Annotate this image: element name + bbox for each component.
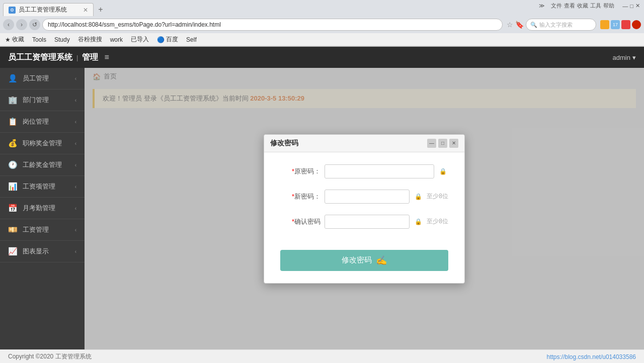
salary-award-arrow-icon: ‹ (75, 141, 76, 146)
change-password-dialog: 修改密码 — □ ✕ *原密码： (264, 134, 465, 284)
content-area: 🏠 首页 欢迎！管理员 登录《员工工资管理系统》当前时间 2020-3-5 13… (85, 68, 644, 349)
sidebar-item-attendance[interactable]: 📅 月考勤管理 ‹ (0, 198, 85, 219)
forward-button[interactable]: › (16, 19, 27, 30)
browser-tab[interactable]: ⚙ 员工工资管理系统 ✕ (3, 3, 94, 16)
old-password-input[interactable] (325, 164, 434, 178)
admin-dropdown-icon[interactable]: ▾ (632, 54, 636, 61)
menu-toggle-button[interactable]: ≡ (104, 53, 109, 62)
new-password-label: *新密码： (280, 192, 320, 201)
ext-icon-4 (632, 20, 641, 29)
confirm-password-label: *确认密码 (280, 217, 320, 226)
sidebar-item-position[interactable]: 📋 岗位管理 ‹ (0, 111, 85, 133)
bookmark-study-label: Study (54, 36, 70, 43)
header-admin: admin ▾ (613, 54, 636, 61)
confirm-password-icon[interactable]: 🔒 (413, 216, 424, 227)
star-bookmark-icon: ★ (5, 36, 11, 43)
view-menu[interactable]: 查看 (564, 2, 575, 10)
age-award-arrow-icon: ‹ (75, 162, 76, 168)
salary-mgmt-icon: 💴 (8, 225, 18, 234)
search-placeholder: 输入文字搜索 (539, 21, 573, 29)
position-arrow-icon: ‹ (75, 119, 76, 125)
bookmark-work[interactable]: work (108, 36, 125, 44)
sidebar-item-salary-mgmt[interactable]: 💴 工资管理 ‹ (0, 219, 85, 241)
bookmark-tools-label: Tools (32, 36, 46, 43)
maximize-btn[interactable]: □ (630, 3, 633, 9)
bookmark-favorites[interactable]: ★ 收藏 (3, 35, 26, 44)
minimize-btn[interactable]: — (622, 3, 628, 9)
old-password-label: *原密码： (280, 167, 320, 176)
app-container: 员工工资管理系统 | 管理 ≡ admin ▾ 👤 员工管理 ‹ 🏢 部门管理 … (0, 47, 644, 363)
department-icon: 🏢 (8, 96, 18, 105)
bookmark-baidu-icon: 🔵 (157, 36, 165, 43)
salary-mgmt-label: 工资管理 (23, 225, 70, 234)
required-marker-3: * (292, 218, 294, 225)
bookmark-baidu[interactable]: 🔵 百度 (155, 35, 180, 44)
back-button[interactable]: ‹ (3, 19, 14, 30)
app-system-title: 员工工资管理系统 (8, 52, 72, 63)
chart-label: 图表显示 (23, 247, 70, 256)
salary-item-icon: 📊 (8, 182, 18, 191)
salary-award-icon: 💰 (8, 139, 18, 148)
bookmark-tools[interactable]: Tools (30, 36, 48, 44)
department-label: 部门管理 (23, 96, 70, 105)
salary-item-arrow-icon: ‹ (75, 184, 76, 190)
sidebar-item-chart[interactable]: 📈 图表显示 ‹ (0, 241, 85, 262)
new-password-icon[interactable]: 🔒 (413, 191, 424, 202)
bookmark-study[interactable]: Study (52, 36, 72, 44)
address-bar[interactable]: http://localhost:8084/ssm_esms/toPage.do… (42, 19, 503, 31)
old-password-row: *原密码： 🔒 (280, 164, 448, 178)
dialog-maximize-button[interactable]: □ (438, 139, 447, 148)
bookmark-work-label: work (110, 36, 123, 43)
new-password-input[interactable] (325, 190, 410, 204)
app-section-title: 管理 (82, 52, 98, 63)
confirm-password-input[interactable] (325, 215, 410, 229)
attendance-arrow-icon: ‹ (75, 206, 76, 211)
position-label: 岗位管理 (23, 117, 70, 126)
tab-close-button[interactable]: ✕ (83, 7, 88, 14)
sidebar-item-department[interactable]: 🏢 部门管理 ‹ (0, 89, 85, 111)
submit-cursor-icon: ✍ (376, 255, 387, 266)
sidebar-item-age-award[interactable]: 🕐 工龄奖金管理 ‹ (0, 154, 85, 176)
bookmark-icon[interactable]: 🔖 (515, 21, 524, 29)
search-icon: 🔍 (530, 22, 537, 28)
old-password-wrapper: 🔒 (325, 164, 448, 178)
dialog-title-buttons: — □ ✕ (427, 139, 458, 148)
chart-icon: 📈 (8, 247, 18, 256)
age-award-icon: 🕐 (8, 160, 18, 169)
new-tab-button[interactable]: + (96, 5, 106, 15)
sidebar-item-employee[interactable]: 👤 员工管理 ‹ (0, 68, 85, 89)
app-footer: Copyright ©2020 工资管理系统 https://blog.csdn… (0, 349, 644, 363)
star-icon[interactable]: ☆ (507, 21, 513, 29)
bookmarks-bar: ★ 收藏 Tools Study 谷粉搜搜 work 已导入 🔵 百度 Self (0, 33, 644, 46)
department-arrow-icon: ‹ (75, 98, 76, 103)
bookmark-search[interactable]: 谷粉搜搜 (76, 35, 104, 44)
collections-menu[interactable]: 收藏 (577, 2, 588, 10)
salary-item-label: 工资项管理 (23, 182, 70, 191)
dialog-close-button[interactable]: ✕ (449, 139, 458, 148)
bookmark-imported[interactable]: 已导入 (129, 35, 151, 44)
refresh-button[interactable]: ↺ (29, 19, 40, 30)
sidebar-item-salary-award[interactable]: 💰 职称奖金管理 ‹ (0, 133, 85, 154)
employee-icon: 👤 (8, 74, 18, 83)
footer-copyright: Copyright ©2020 工资管理系统 (8, 352, 92, 361)
dialog-minimize-button[interactable]: — (427, 139, 436, 148)
sidebar-item-salary-item[interactable]: 📊 工资项管理 ‹ (0, 176, 85, 198)
url-text: http://localhost:8084/ssm_esms/toPage.do… (48, 21, 221, 28)
confirm-password-hint: 至少8位 (427, 217, 448, 226)
new-password-row: *新密码： 🔒 至少8位 (280, 190, 448, 204)
new-password-wrapper: 🔒 至少8位 (325, 190, 448, 204)
footer-link[interactable]: https://blog.csdn.net/u014033586 (547, 353, 636, 360)
help-menu[interactable]: 帮助 (603, 2, 614, 10)
tab-favicon: ⚙ (9, 7, 16, 14)
dialog-footer: 修改密码 ✍ (264, 250, 464, 283)
tools-menu[interactable]: 工具 (590, 2, 601, 10)
bookmark-self[interactable]: Self (184, 36, 199, 44)
confirm-password-row: *确认密码 🔒 至少8位 (280, 215, 448, 229)
confirm-password-wrapper: 🔒 至少8位 (325, 215, 448, 229)
old-password-icon[interactable]: 🔒 (437, 166, 448, 177)
close-btn[interactable]: ✕ (635, 3, 640, 9)
submit-button[interactable]: 修改密码 ✍ (280, 250, 448, 271)
search-box[interactable]: 🔍 输入文字搜索 (526, 19, 596, 31)
file-menu[interactable]: 文件 (551, 2, 562, 10)
bookmark-self-label: Self (186, 36, 197, 43)
